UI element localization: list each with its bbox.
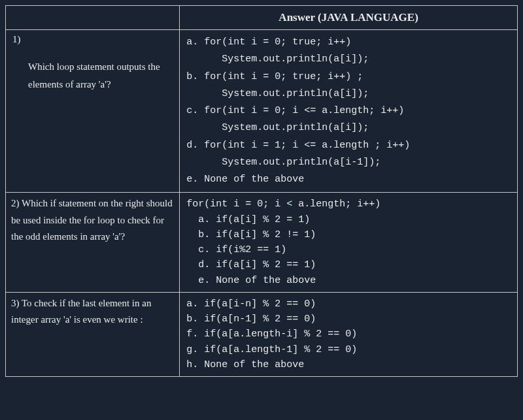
question-text: Which if statement on the right should b… (11, 198, 173, 242)
question-number: 2) (11, 198, 20, 208)
answer-cell-2: for(int i = 0; i < a.length; i++) a. if(… (180, 193, 518, 293)
question-number: 3) (11, 298, 20, 308)
questions-table: Answer (JAVA LANGUAGE) 1) Which loop sta… (5, 5, 518, 377)
question-cell-3: 3) To check if the last element in an in… (6, 292, 180, 376)
header-left-empty (6, 6, 180, 30)
table-row: 2) Which if statement on the right shoul… (6, 193, 518, 293)
table-row: 3) To check if the last element in an in… (6, 292, 518, 376)
question-text: To check if the last element in an integ… (11, 298, 151, 325)
question-cell-1: 1) Which loop statement outputs the elem… (6, 30, 180, 193)
answer-cell-3: a. if(a[i-n] % 2 == 0) b. if(a[n-1] % 2 … (180, 292, 518, 376)
answer-cell-1: a. for(int i = 0; true; i++) System.out.… (180, 30, 518, 193)
question-number: 1) (12, 34, 173, 45)
question-cell-2: 2) Which if statement on the right shoul… (6, 193, 180, 293)
header-answer: Answer (JAVA LANGUAGE) (180, 6, 518, 30)
table-row: 1) Which loop statement outputs the elem… (6, 30, 518, 193)
header-row: Answer (JAVA LANGUAGE) (6, 6, 518, 30)
question-text: Which loop statement outputs the element… (12, 45, 173, 99)
